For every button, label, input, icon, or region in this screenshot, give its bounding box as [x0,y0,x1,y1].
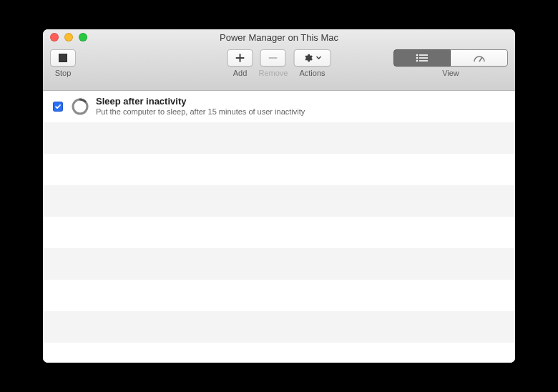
view-label: View [442,69,459,77]
svg-point-2 [416,57,418,59]
add-button[interactable] [227,49,253,67]
app-window: Power Manager on This Mac Stop Add Remov… [43,29,515,363]
view-segmented-control [393,49,508,67]
view-group: View [393,49,508,77]
stop-group: Stop [50,49,76,77]
add-label: Add [233,69,248,77]
svg-rect-5 [419,60,428,62]
minus-icon [268,53,278,63]
empty-row [43,154,515,185]
event-text: Sleep after inactivity Put the computer … [96,96,305,117]
empty-row [43,217,515,248]
empty-row [43,248,515,280]
empty-row [43,311,515,343]
empty-row [43,185,515,217]
empty-row [43,122,515,154]
view-list-button[interactable] [393,49,451,67]
event-enabled-checkbox[interactable] [53,102,63,112]
stop-label: Stop [55,69,72,77]
check-icon [54,103,62,110]
list-icon [416,54,429,62]
stop-icon [59,54,67,62]
stop-button[interactable] [50,49,76,67]
clock-icon [72,98,89,115]
svg-point-0 [416,54,418,57]
center-toolbar: Add Remove Actions [227,49,331,77]
svg-rect-1 [419,54,428,56]
chevron-down-icon [315,55,321,61]
event-row[interactable]: Sleep after inactivity Put the computer … [43,91,515,122]
actions-button[interactable] [293,49,331,67]
empty-row [43,343,515,363]
remove-button[interactable] [260,49,286,67]
plus-icon [235,53,245,63]
svg-point-4 [416,60,418,62]
add-group: Add [227,49,253,77]
empty-row [43,280,515,311]
event-description: Put the computer to sleep, after 15 minu… [96,107,305,117]
svg-rect-3 [419,57,428,59]
remove-group: Remove [259,49,288,77]
toolbar: Stop Add Remove Actions [43,45,515,91]
event-list: Sleep after inactivity Put the computer … [43,91,515,363]
actions-label: Actions [299,69,325,77]
remove-label: Remove [259,69,288,77]
titlebar: Power Manager on This Mac [43,29,515,45]
view-gauge-button[interactable] [451,49,508,67]
window-title: Power Manager on This Mac [43,32,515,43]
gauge-icon [473,54,486,62]
event-title: Sleep after inactivity [96,96,305,107]
actions-group: Actions [293,49,331,77]
gear-icon [303,53,313,63]
